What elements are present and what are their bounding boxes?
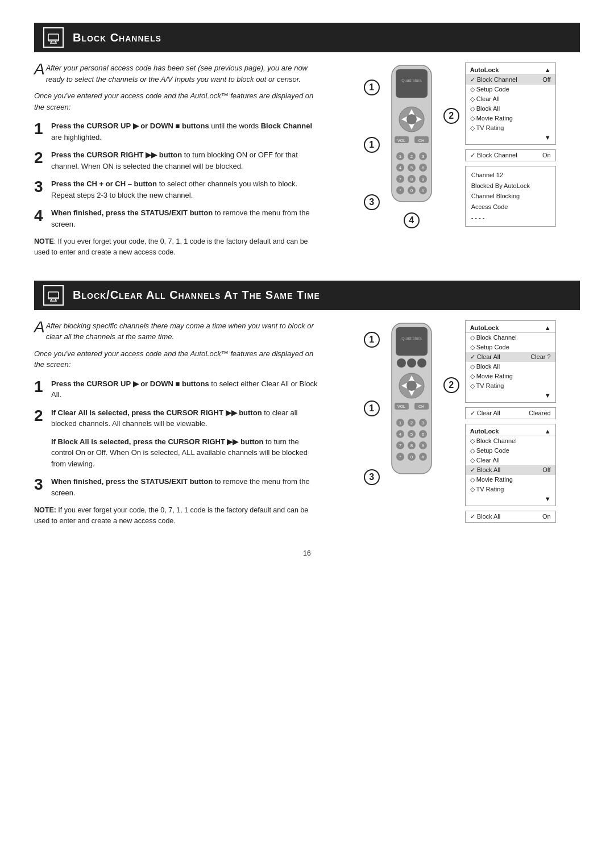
step2-2b: 2 If Block All is selected, press the CU… xyxy=(34,436,322,470)
step-circle-1b: 1 xyxy=(364,137,380,153)
section1-note: NOTE: If you ever forget your code, the … xyxy=(34,236,322,258)
section1-status: ✓ Block Channel On xyxy=(465,149,556,161)
svg-text:1: 1 xyxy=(399,420,401,425)
section2-screens: AutoLock ▲ ◇ Block Channel ◇ Setup Code … xyxy=(465,320,556,523)
section1-intro: A After your personal access code has be… xyxy=(34,62,322,85)
svg-text:*: * xyxy=(399,188,401,193)
svg-text:VOL: VOL xyxy=(397,139,405,143)
step2-1: 1 Press the CURSOR UP ▶ or DOWN ■ button… xyxy=(34,378,322,400)
step2-2a: 2 If Clear All is selected, press the CU… xyxy=(34,407,322,429)
section1: Block Channels A After your personal acc… xyxy=(34,23,580,258)
step1-4-bold: When finished, press the STATUS/EXIT but… xyxy=(51,208,213,217)
section1-steps: 1 Press the CURSOR UP ▶ or DOWN ■ button… xyxy=(34,120,322,229)
step1-1-bold: Press the CURSOR UP ▶ or DOWN ■ buttons xyxy=(51,122,209,130)
svg-text:0: 0 xyxy=(410,454,413,460)
section2-menu2: AutoLock ▲ ◇ Block Channel ◇ Setup Code … xyxy=(465,320,556,403)
section2-header: Block/Clear All Channels At The Same Tim… xyxy=(34,281,580,310)
svg-text:2: 2 xyxy=(410,154,413,159)
section1-image-layout: 1 1 3 Quadratura xyxy=(364,62,556,228)
section1-image-col: 1 1 3 Quadratura xyxy=(339,62,580,258)
svg-text:3: 3 xyxy=(421,420,424,425)
section2-title: Block/Clear All Channels At The Same Tim… xyxy=(73,289,320,302)
svg-text:8: 8 xyxy=(410,177,413,182)
section1-channel-info: Channel 12 Blocked By AutoLock Channel B… xyxy=(465,166,556,227)
svg-text:5: 5 xyxy=(410,165,413,170)
section1-body: A After your personal access code has be… xyxy=(34,62,580,258)
section1-remote-area: 1 1 3 Quadratura xyxy=(364,62,459,228)
step1-4: 4 When finished, press the STATUS/EXIT b… xyxy=(34,207,322,229)
svg-text:*: * xyxy=(399,454,401,460)
page-number: 16 xyxy=(34,549,580,557)
svg-text:7: 7 xyxy=(399,443,401,448)
svg-text:4: 4 xyxy=(399,432,401,437)
svg-point-58 xyxy=(406,381,417,391)
svg-text:6: 6 xyxy=(421,165,424,170)
step2-3: 3 When finished, press the STATUS/EXIT b… xyxy=(34,476,322,498)
section2-note: NOTE: If you ever forget your code, the … xyxy=(34,505,322,527)
svg-text:5: 5 xyxy=(410,432,413,437)
svg-text:7: 7 xyxy=(399,177,401,182)
step1-3-bold: Press the CH + or CH – button xyxy=(51,180,157,188)
step-circle-2a: 2 xyxy=(443,108,459,124)
section1-screens: AutoLock ▲ ✓ Block Channel Off ◇ Setup C… xyxy=(465,62,556,227)
section1-title: Block Channels xyxy=(73,31,161,44)
svg-text:Quadratura: Quadratura xyxy=(401,336,422,341)
step-circle-3a: 3 xyxy=(364,194,380,210)
svg-text:9: 9 xyxy=(421,443,424,448)
svg-point-13 xyxy=(406,114,417,124)
remote1: Quadratura VOL xyxy=(383,62,440,210)
step1-3: 3 Press the CH + or CH – button to selec… xyxy=(34,178,322,201)
section1-menu1: AutoLock ▲ ✓ Block Channel Off ◇ Setup C… xyxy=(465,62,556,145)
section2-body: A After blocking specific channels there… xyxy=(34,320,580,527)
step-circle-4a: 4 xyxy=(404,212,420,228)
svg-point-50 xyxy=(397,358,406,368)
svg-text:#: # xyxy=(421,454,424,460)
section2: Block/Clear All Channels At The Same Tim… xyxy=(34,281,580,527)
remote2: Quadratura xyxy=(383,320,440,485)
svg-text:2: 2 xyxy=(410,420,413,425)
section1-intro2: Once you've entered your access code and… xyxy=(34,90,322,112)
section1-text-col: A After your personal access code has be… xyxy=(34,62,322,258)
section2-image-layout: 1 1 3 Quadratura xyxy=(364,320,556,523)
section2-status1: ✓ Clear All Cleared xyxy=(465,407,556,419)
svg-rect-6 xyxy=(396,69,428,98)
svg-text:CH: CH xyxy=(418,139,424,143)
svg-text:#: # xyxy=(421,188,424,193)
step2-circle-3: 3 xyxy=(364,469,380,485)
section1-header: Block Channels xyxy=(34,23,580,52)
step1-2: 2 Press the CURSOR RIGHT ▶▶ button to tu… xyxy=(34,149,322,172)
section2-steps: 1 Press the CURSOR UP ▶ or DOWN ■ button… xyxy=(34,378,322,499)
step2-circle-1b: 1 xyxy=(364,400,380,416)
step-circle-1a: 1 xyxy=(364,80,380,95)
section2-intro2: Once you've entered your access code and… xyxy=(34,348,322,370)
step1-1: 1 Press the CURSOR UP ▶ or DOWN ■ button… xyxy=(34,120,322,143)
section2-menu3: AutoLock ▲ ◇ Block Channel ◇ Setup Code … xyxy=(465,424,556,506)
svg-rect-48 xyxy=(396,327,428,356)
svg-text:CH: CH xyxy=(418,404,424,408)
section2-image-col: 1 1 3 Quadratura xyxy=(339,320,580,527)
svg-text:VOL: VOL xyxy=(397,404,405,408)
svg-text:4: 4 xyxy=(399,165,401,170)
section2-status2: ✓ Block All On xyxy=(465,511,556,523)
section2-icon xyxy=(43,285,64,306)
section2-intro: A After blocking specific channels there… xyxy=(34,320,322,343)
svg-text:1: 1 xyxy=(399,154,401,159)
svg-text:9: 9 xyxy=(421,177,424,182)
step1-2-bold: Press the CURSOR RIGHT ▶▶ button xyxy=(51,151,182,159)
step2-circle-2: 2 xyxy=(443,377,459,393)
section1-icon xyxy=(43,27,64,48)
svg-point-51 xyxy=(407,358,416,368)
section2-text-col: A After blocking specific channels there… xyxy=(34,320,322,527)
step2-circle-1: 1 xyxy=(364,332,380,348)
svg-text:3: 3 xyxy=(421,154,424,159)
svg-point-52 xyxy=(417,358,426,368)
svg-text:8: 8 xyxy=(410,443,413,448)
svg-text:6: 6 xyxy=(421,432,424,437)
svg-text:0: 0 xyxy=(410,188,413,193)
svg-text:Quadratura: Quadratura xyxy=(401,78,422,83)
